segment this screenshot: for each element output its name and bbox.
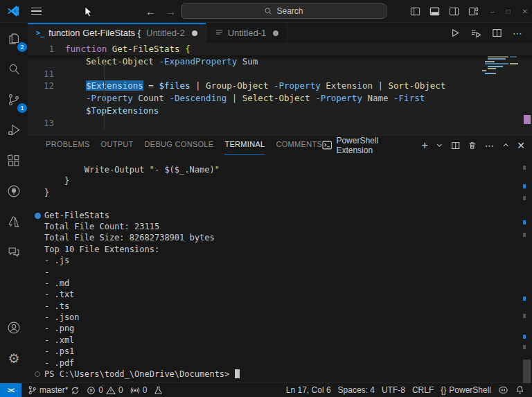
panel-tab-comments[interactable]: COMMENTS	[276, 136, 322, 155]
kill-terminal-icon[interactable]	[468, 141, 477, 150]
terminal-line: Top 10 File Extensions:	[44, 244, 532, 255]
split-terminal-icon[interactable]	[451, 141, 460, 150]
terminal-line: Total File Size: 82682738901 bytes	[44, 232, 532, 243]
cursor-position[interactable]: Ln 17, Col 6	[283, 383, 335, 397]
vscode-window: ← → Search – □ ✕ 2	[0, 0, 532, 397]
vscode-logo-icon	[6, 4, 20, 18]
minimap-selection-marker	[524, 115, 531, 124]
language-mode[interactable]: {} PowerShell	[437, 383, 495, 397]
terminal-instance[interactable]: PowerShell Extension	[322, 136, 414, 155]
terminal-line: - .ts	[44, 301, 532, 312]
terminal-line: -	[44, 267, 532, 278]
warning-count: 0	[118, 385, 123, 395]
run-file-icon[interactable]	[450, 28, 460, 38]
menu-icon[interactable]	[31, 8, 42, 15]
indent-guide	[104, 55, 105, 130]
settings-gear-icon[interactable]: ⚙	[3, 348, 25, 369]
remote-indicator[interactable]: ><	[0, 383, 21, 397]
customize-layout-icon[interactable]	[468, 6, 479, 17]
code-editor[interactable]: 1function Get-FileStats {Select-Object -…	[28, 43, 532, 135]
terminal-line: PS C:\Users\todd_\OneDrive\Documents>	[44, 369, 532, 380]
indentation[interactable]: Spaces: 4	[335, 383, 378, 397]
search-view-icon[interactable]	[3, 59, 25, 80]
toggle-secondary-sidebar-icon[interactable]	[449, 6, 459, 17]
brackets-icon: {}	[441, 385, 446, 395]
sticky-scroll-line: 1function Get-FileStats {	[28, 43, 532, 55]
editor-tab-bar: >_ function Get-FileStats { Untitled-2 U…	[28, 23, 532, 43]
title-bar: ← → Search – □ ✕	[0, 0, 532, 23]
command-decoration-icon[interactable]	[35, 213, 41, 219]
terminal-view[interactable]: Write-Output "- $($_.Name)" }}Get-FileSt…	[28, 155, 532, 380]
prompt-decoration-icon[interactable]	[35, 371, 40, 377]
notifications[interactable]	[512, 383, 528, 397]
mouse-cursor-icon	[85, 6, 93, 17]
problems-status[interactable]: 0 0	[83, 383, 126, 397]
run-below-icon[interactable]	[470, 28, 481, 38]
azure-icon[interactable]	[3, 211, 25, 232]
accounts-icon[interactable]	[3, 317, 25, 338]
extensions-icon[interactable]	[3, 150, 25, 171]
panel-header: PROBLEMSOUTPUTDEBUG CONSOLETERMINALCOMME…	[28, 136, 532, 155]
run-debug-icon[interactable]	[3, 120, 25, 141]
search-icon	[264, 7, 272, 15]
tab-title: function Get-FileStats {	[48, 28, 141, 38]
close-panel-icon[interactable]: ✕	[517, 141, 525, 150]
terminal-line: - .xml	[44, 335, 532, 346]
panel-tab-output[interactable]: OUTPUT	[101, 136, 134, 155]
tab-untitled-2[interactable]: >_ function Get-FileStats { Untitled-2	[28, 23, 206, 43]
bottom-panel: PROBLEMSOUTPUTDEBUG CONSOLETERMINALCOMME…	[28, 135, 532, 382]
maximize-panel-icon[interactable]	[502, 141, 510, 149]
copilot-icon	[498, 385, 508, 395]
modified-dot-icon[interactable]	[273, 30, 278, 36]
branch-name: master*	[39, 385, 68, 395]
source-control-badge: 1	[17, 103, 27, 113]
more-actions-icon[interactable]: ⋯	[513, 28, 523, 39]
search-input[interactable]: Search	[181, 3, 387, 19]
beaker-icon	[154, 386, 163, 395]
forward-arrow-icon[interactable]: →	[166, 6, 176, 17]
terminal-line: - .ps1	[44, 346, 532, 357]
terminal-line: - .json	[44, 312, 532, 323]
terminal-line: - .js	[44, 255, 532, 266]
ports-status[interactable]: 0	[127, 383, 151, 397]
back-arrow-icon[interactable]: ←	[145, 6, 156, 17]
terminal-scrollbar[interactable]	[523, 360, 531, 383]
panel-tab-problems[interactable]: PROBLEMS	[46, 136, 90, 155]
sync-icon	[71, 386, 80, 395]
new-terminal-icon[interactable]: +	[421, 139, 428, 151]
source-control-icon[interactable]: 1	[3, 89, 25, 110]
tab-untitled-1[interactable]: Untitled-1	[206, 23, 288, 43]
terminal-line: Write-Output "- $($_.Name)"	[44, 164, 532, 175]
panel-more-icon[interactable]: ⋯	[485, 141, 495, 150]
terminal-name: PowerShell Extension	[336, 136, 414, 155]
errors-icon	[87, 386, 96, 395]
toggle-panel-icon[interactable]	[429, 6, 440, 17]
toggle-sidebar-icon[interactable]	[410, 6, 420, 17]
terminal-line	[44, 198, 532, 209]
maximize-button[interactable]: □	[506, 8, 511, 15]
eol-sequence[interactable]: CRLF	[409, 383, 437, 397]
comments-icon[interactable]	[3, 242, 25, 263]
branch-status[interactable]: master*	[24, 383, 83, 397]
beaker-status[interactable]	[150, 383, 166, 397]
copilot-status[interactable]	[495, 383, 512, 397]
terminal-line: }	[44, 175, 532, 186]
terminal-line: Total File Count: 23115	[44, 221, 532, 232]
panel-tab-debug-console[interactable]: DEBUG CONSOLE	[145, 136, 214, 155]
modified-dot-icon[interactable]	[192, 30, 197, 36]
explorer-icon[interactable]: 2	[3, 28, 25, 49]
terminal-line: - .png	[44, 323, 532, 334]
terminal-line: Get-FileStats	[44, 210, 532, 221]
status-bar: >< master* 0 0 0 Ln 17, Col 6 S	[0, 382, 532, 397]
close-button[interactable]: ✕	[522, 8, 528, 15]
github-icon[interactable]	[3, 181, 25, 202]
panel-tab-terminal[interactable]: TERMINAL	[224, 136, 265, 155]
minimize-button[interactable]: –	[490, 8, 495, 15]
terminal-dropdown-icon[interactable]	[436, 141, 443, 149]
encoding[interactable]: UTF-8	[378, 383, 409, 397]
split-editor-icon[interactable]	[492, 28, 502, 38]
terminal-line: - .pdf	[44, 358, 532, 369]
language-label: PowerShell	[449, 385, 491, 395]
broadcast-icon	[130, 386, 140, 395]
terminal-cursor	[235, 369, 240, 378]
